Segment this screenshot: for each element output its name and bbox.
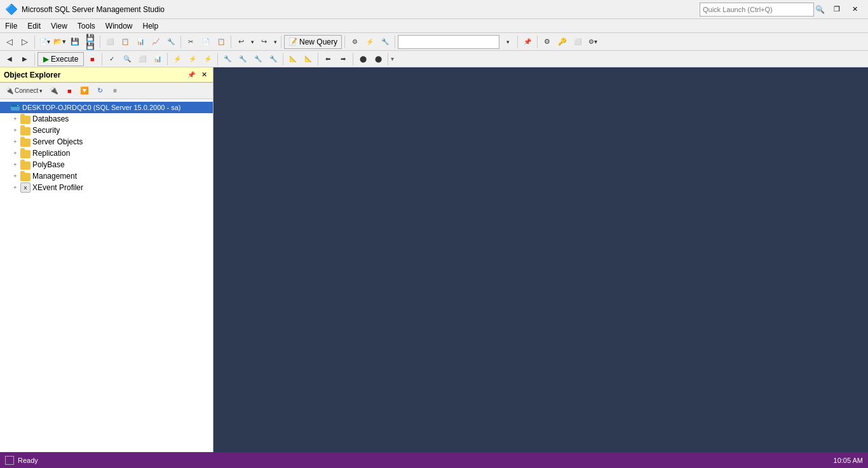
tb2-btn-7[interactable]: ⚡ — [201, 52, 215, 66]
oe-refresh-stop-button[interactable]: ■ — [62, 84, 76, 98]
parse-button[interactable]: ✓ — [105, 52, 119, 66]
oe-close-button[interactable]: ✕ — [199, 70, 209, 80]
back-button[interactable]: ◁ — [3, 35, 17, 49]
restore-button[interactable]: ❐ — [829, 3, 845, 16]
menu-tools[interactable]: Tools — [72, 20, 100, 32]
server-label: DESKTOP-OJRDQC0 (SQL Server 15.0.2000 - … — [22, 104, 180, 111]
paste-button[interactable]: 📋 — [214, 35, 228, 49]
icon-btn-11[interactable]: 🔑 — [555, 35, 569, 49]
security-node[interactable]: + Security — [0, 125, 213, 136]
menu-edit[interactable]: Edit — [22, 20, 46, 32]
main-content-area — [214, 67, 868, 452]
toolbar2-sep-4 — [217, 53, 218, 65]
tb2-btn-8[interactable]: 🔧 — [220, 52, 234, 66]
polybase-node[interactable]: + PolyBase — [0, 159, 213, 170]
icon-btn-9[interactable]: 📌 — [520, 35, 534, 49]
replication-node[interactable]: + Replication — [0, 148, 213, 159]
tb2-btn-12[interactable]: 📐 — [286, 52, 300, 66]
undo-button[interactable]: ↩ — [234, 35, 248, 49]
icon-btn-4[interactable]: 📈 — [149, 35, 163, 49]
undo-dropdown[interactable]: ▾ — [249, 35, 255, 49]
tb2-btn-6[interactable]: ⚡ — [186, 52, 200, 66]
icon-btn-12[interactable]: ⬜ — [571, 35, 585, 49]
oe-filter-button[interactable]: 🔽 — [78, 84, 92, 98]
save-button[interactable]: 💾 — [68, 35, 82, 49]
polybase-label: PolyBase — [32, 160, 65, 169]
tb2-btn-13[interactable]: 📐 — [301, 52, 315, 66]
save-all-button[interactable]: 💾💾 — [83, 35, 97, 49]
icon-btn-13[interactable]: ⚙▾ — [586, 35, 600, 49]
server-objects-expand-icon[interactable]: + — [10, 137, 20, 147]
menu-file[interactable]: File — [0, 20, 22, 32]
icon-btn-7[interactable]: ⚡ — [363, 35, 377, 49]
redo-dropdown[interactable]: ▾ — [272, 35, 278, 49]
icon-btn-6[interactable]: ⚙ — [348, 35, 362, 49]
menu-bar: File Edit View Tools Window Help — [0, 19, 868, 33]
new-query-icon: 📝 — [288, 38, 297, 46]
redo-button[interactable]: ↪ — [257, 35, 271, 49]
toolbar-sep-3 — [180, 36, 181, 48]
tb2-btn-5[interactable]: ⚡ — [170, 52, 184, 66]
security-folder-icon — [20, 125, 31, 135]
cut-button[interactable]: ✂ — [184, 35, 198, 49]
tb2-btn-14[interactable]: ⬅ — [321, 52, 335, 66]
icon-btn-8[interactable]: 🔧 — [378, 35, 392, 49]
tb2-btn-3[interactable]: ⬜ — [135, 52, 149, 66]
security-expand-icon[interactable]: + — [10, 125, 20, 135]
menu-help[interactable]: Help — [138, 20, 164, 32]
server-objects-node[interactable]: + Server Objects — [0, 136, 213, 148]
execute-button[interactable]: ▶ Execute — [37, 52, 84, 66]
server-node[interactable]: − DESKTOP-OJRDQC0 (SQL Server 15.0.2000 … — [0, 102, 213, 113]
menu-window[interactable]: Window — [100, 20, 138, 32]
tb2-btn-4[interactable]: 📊 — [151, 52, 165, 66]
xevent-node[interactable]: + X XEvent Profiler — [0, 182, 213, 193]
databases-expand-icon[interactable]: + — [10, 114, 20, 124]
forward-button[interactable]: ▷ — [18, 35, 32, 49]
tb2-btn-11[interactable]: 🔧 — [266, 52, 280, 66]
xevent-expand-icon[interactable]: + — [10, 182, 20, 193]
status-text: Ready — [18, 457, 38, 464]
tb2-btn-2[interactable]: ▶ — [18, 52, 32, 66]
replication-expand-icon[interactable]: + — [10, 148, 20, 158]
icon-btn-5[interactable]: 🔧 — [164, 35, 178, 49]
open-button[interactable]: 📂▾ — [53, 35, 67, 49]
new-button[interactable]: 📄▾ — [37, 35, 51, 49]
polybase-expand-icon[interactable]: + — [10, 160, 20, 170]
tb2-btn-1[interactable]: ◀ — [3, 52, 17, 66]
toolbar2-sep-5 — [283, 53, 283, 65]
tb2-btn-17[interactable]: ⬤ — [371, 52, 385, 66]
tb2-btn-10[interactable]: 🔧 — [251, 52, 265, 66]
oe-refresh-button[interactable]: ↻ — [93, 84, 107, 98]
new-query-label: New Query — [299, 38, 337, 46]
icon-btn-1[interactable]: ⬜ — [103, 35, 117, 49]
oe-disconnect-button[interactable]: 🔌 — [47, 84, 61, 98]
toolbar2-sep-7 — [353, 53, 353, 65]
object-explorer-panel: Object Explorer 📌 ✕ 🔌 Connect ▾ 🔌 ■ 🔽 ↻ … — [0, 67, 214, 452]
databases-node[interactable]: + Databases — [0, 113, 213, 125]
security-label: Security — [32, 126, 60, 135]
oe-connect-button[interactable]: 🔌 Connect ▾ — [3, 84, 46, 98]
quick-launch-input[interactable] — [700, 3, 814, 17]
oe-summary-button[interactable]: ≡ — [108, 84, 122, 98]
tb2-btn-9[interactable]: 🔧 — [236, 52, 250, 66]
management-label: Management — [32, 172, 77, 181]
tb2-btn-15[interactable]: ➡ — [336, 52, 350, 66]
icon-btn-3[interactable]: 📊 — [133, 35, 147, 49]
server-expand-icon[interactable]: − — [0, 102, 10, 113]
close-button[interactable]: ✕ — [846, 3, 863, 16]
xevent-icon: X — [20, 182, 31, 193]
toolbar-combo-btn[interactable]: ▾ — [501, 35, 515, 49]
icon-btn-2[interactable]: 📋 — [118, 35, 132, 49]
management-expand-icon[interactable]: + — [10, 171, 20, 181]
connect-icon: 🔌 — [6, 87, 13, 94]
debug-button[interactable]: 🔍 — [120, 52, 134, 66]
toolbar-combo[interactable] — [398, 35, 499, 49]
icon-btn-10[interactable]: ⚙ — [540, 35, 554, 49]
menu-view[interactable]: View — [46, 20, 72, 32]
copy-button[interactable]: 📄 — [199, 35, 213, 49]
management-node[interactable]: + Management — [0, 170, 213, 182]
oe-pin-button[interactable]: 📌 — [186, 70, 196, 80]
stop-button[interactable]: ■ — [85, 52, 99, 66]
new-query-button[interactable]: 📝 New Query — [284, 35, 342, 49]
tb2-btn-16[interactable]: ⬤ — [356, 52, 370, 66]
